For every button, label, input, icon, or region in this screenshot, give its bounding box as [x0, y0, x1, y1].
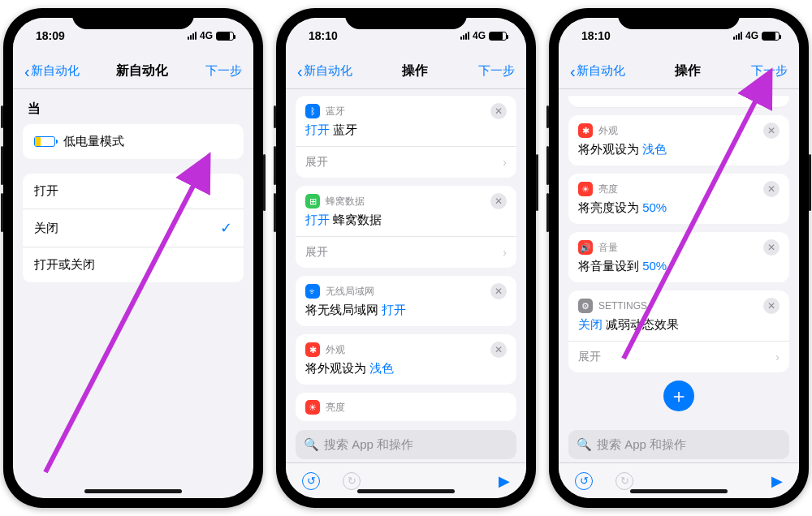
card-app-label: 亮度 — [326, 401, 345, 415]
network-label: 4G — [745, 30, 758, 41]
wifi-icon: ᯤ — [305, 284, 320, 299]
option-toggle[interactable]: 打开或关闭 — [23, 247, 244, 282]
expand-label: 展开 — [305, 245, 328, 260]
action-card-cellular[interactable]: ⊞蜂窝数据✕ 打开 蜂窝数据 展开› — [296, 186, 516, 268]
close-icon[interactable]: ✕ — [490, 283, 507, 299]
expand-row[interactable]: 展开› — [296, 146, 516, 178]
redo-button: ↻ — [343, 472, 361, 490]
battery-icon — [762, 32, 780, 41]
home-indicator[interactable] — [84, 489, 182, 493]
phone-1: 18:09 4G ‹新自动化 新自动化 下一步 当 低电量模式 打开 关闭✓ 打… — [3, 8, 263, 508]
undo-button[interactable]: ↺ — [575, 472, 593, 490]
card-action-link[interactable]: 打开 — [305, 213, 330, 226]
status-time: 18:10 — [581, 29, 611, 42]
back-button[interactable]: ‹新自动化 — [24, 63, 80, 80]
next-button[interactable]: 下一步 — [205, 63, 242, 79]
next-button[interactable]: 下一步 — [478, 63, 515, 79]
close-icon[interactable]: ✕ — [763, 298, 780, 314]
card-action-link[interactable]: 打开 — [382, 303, 406, 316]
trigger-cell[interactable]: 低电量模式 — [23, 124, 244, 159]
card-action-link[interactable]: 50% — [642, 259, 667, 273]
add-action-button[interactable]: ＋ — [663, 381, 694, 411]
close-icon[interactable]: ✕ — [763, 239, 780, 256]
card-app-label: 蓝牙 — [326, 105, 345, 118]
bluetooth-icon: ᛒ — [305, 104, 320, 118]
card-action-text: 将外观设为 — [305, 361, 366, 375]
option-label: 关闭 — [34, 221, 58, 236]
next-button[interactable]: 下一步 — [751, 63, 788, 79]
card-action-link[interactable]: 50% — [642, 200, 667, 214]
search-placeholder: 搜索 App 和操作 — [597, 437, 686, 453]
section-when: 当 — [23, 89, 244, 124]
search-input[interactable]: 🔍搜索 App 和操作 — [296, 430, 516, 459]
card-fragment — [568, 96, 789, 107]
chevron-left-icon: ‹ — [570, 63, 576, 80]
signal-icon — [460, 32, 469, 40]
card-action-link[interactable]: 关闭 — [578, 317, 603, 331]
search-icon: 🔍 — [304, 437, 319, 452]
card-action-link[interactable]: 浅色 — [642, 142, 667, 156]
expand-row[interactable]: 展开› — [296, 236, 516, 268]
nav-title: 操作 — [402, 62, 428, 80]
nav-bar: ‹新自动化 新自动化 下一步 — [13, 54, 253, 89]
run-button[interactable]: ▶ — [499, 472, 510, 490]
appearance-icon: ✱ — [305, 342, 320, 357]
card-action-text: 蜂窝数据 — [333, 213, 382, 226]
brightness-icon: ☀ — [578, 182, 593, 196]
search-icon: 🔍 — [577, 437, 592, 452]
redo-button: ↻ — [615, 472, 633, 490]
phone-3: 18:10 4G ‹新自动化 操作 下一步 ✱外观✕ 将外观设为 浅色 — [549, 8, 809, 508]
expand-label: 展开 — [305, 155, 328, 170]
appearance-icon: ✱ — [578, 123, 593, 138]
close-icon[interactable]: ✕ — [490, 342, 507, 358]
close-icon[interactable]: ✕ — [763, 181, 780, 197]
brightness-icon: ☀ — [305, 400, 320, 415]
card-action-text: 将亮度设为 — [578, 200, 639, 214]
network-label: 4G — [200, 30, 213, 41]
signal-icon — [733, 32, 742, 40]
search-input[interactable]: 🔍搜索 App 和操作 — [568, 430, 789, 459]
checkmark-icon: ✓ — [220, 219, 232, 237]
settings-icon: ⚙ — [578, 299, 593, 313]
run-button[interactable]: ▶ — [771, 472, 783, 490]
volume-icon: 🔊 — [578, 240, 593, 255]
phone-2: 18:10 4G ‹新自动化 操作 下一步 ᛒ蓝牙✕ 打开 蓝牙 展开› — [276, 8, 536, 508]
action-card-volume[interactable]: 🔊音量✕ 将音量设到 50% — [568, 232, 789, 282]
action-card-appearance[interactable]: ✱外观✕ 将外观设为 浅色 — [296, 334, 516, 385]
option-open[interactable]: 打开 — [23, 174, 244, 209]
card-action-text: 将无线局域网 — [305, 303, 378, 316]
action-card-wifi[interactable]: ᯤ无线局域网✕ 将无线局域网 打开 — [296, 276, 516, 326]
home-indicator[interactable] — [630, 489, 728, 493]
card-action-link[interactable]: 浅色 — [369, 361, 394, 375]
chevron-right-icon: › — [775, 350, 780, 363]
card-action-text: 将外观设为 — [578, 142, 639, 156]
action-card-brightness[interactable]: ☀亮度 — [296, 393, 516, 421]
action-card-settings[interactable]: ⚙SETTINGS✕ 关闭 减弱动态效果 展开› — [568, 290, 789, 372]
back-label: 新自动化 — [304, 63, 352, 79]
card-app-label: 外观 — [326, 343, 345, 357]
notch — [618, 8, 740, 29]
back-label: 新自动化 — [31, 63, 80, 79]
home-indicator[interactable] — [357, 489, 455, 493]
battery-icon — [489, 32, 507, 41]
chevron-left-icon: ‹ — [24, 63, 30, 80]
close-icon[interactable]: ✕ — [490, 103, 507, 119]
close-icon[interactable]: ✕ — [490, 193, 507, 209]
expand-row[interactable]: 展开› — [568, 341, 789, 372]
action-card-appearance[interactable]: ✱外观✕ 将外观设为 浅色 — [568, 115, 789, 166]
card-app-label: 音量 — [598, 241, 618, 255]
nav-title: 操作 — [675, 62, 701, 80]
chevron-right-icon: › — [503, 246, 507, 259]
action-card-bluetooth[interactable]: ᛒ蓝牙✕ 打开 蓝牙 展开› — [296, 96, 516, 178]
option-label: 打开或关闭 — [34, 257, 95, 273]
card-app-label: 蜂窝数据 — [326, 195, 365, 209]
card-action-link[interactable]: 打开 — [305, 123, 330, 136]
option-close[interactable]: 关闭✓ — [23, 209, 244, 247]
low-power-icon — [34, 136, 55, 147]
action-card-brightness[interactable]: ☀亮度✕ 将亮度设为 50% — [568, 174, 789, 224]
cellular-icon: ⊞ — [305, 194, 320, 209]
back-button[interactable]: ‹新自动化 — [297, 63, 352, 80]
close-icon[interactable]: ✕ — [763, 123, 780, 139]
undo-button[interactable]: ↺ — [302, 472, 320, 490]
back-button[interactable]: ‹新自动化 — [570, 63, 625, 80]
